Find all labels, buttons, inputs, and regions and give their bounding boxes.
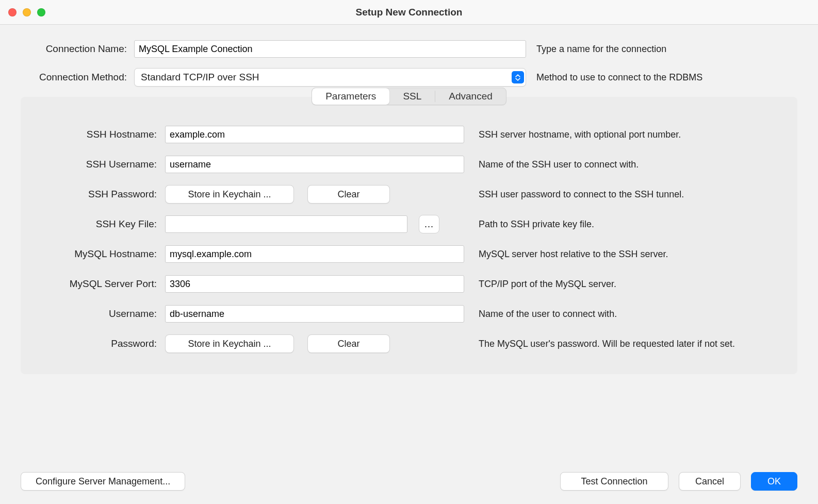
mysql-hostname-helper: MySQL server host relative to the SSH se…: [464, 249, 782, 260]
close-icon[interactable]: [8, 8, 17, 16]
ssh-username-input[interactable]: [165, 156, 464, 173]
ok-button[interactable]: OK: [751, 472, 797, 491]
username-helper: Name of the user to connect with.: [464, 309, 782, 320]
window-controls: [8, 8, 45, 16]
configure-server-button[interactable]: Configure Server Management...: [21, 472, 185, 491]
password-store-button[interactable]: Store in Keychain ...: [165, 334, 294, 353]
test-connection-button[interactable]: Test Connection: [560, 472, 668, 491]
mysql-port-label: MySQL Server Port:: [36, 278, 165, 290]
cancel-button[interactable]: Cancel: [679, 472, 741, 491]
parameters-panel: Parameters SSL Advanced SSH Hostname: SS…: [21, 97, 797, 374]
connection-name-input[interactable]: [134, 40, 526, 58]
chevron-updown-icon[interactable]: [512, 71, 524, 83]
ssh-hostname-helper: SSH server hostname, with optional port …: [464, 129, 782, 140]
window-title: Setup New Connection: [0, 7, 818, 18]
tab-group: Parameters SSL Advanced: [312, 88, 506, 105]
ssh-hostname-label: SSH Hostname:: [36, 129, 165, 140]
minimize-icon[interactable]: [23, 8, 31, 16]
zoom-icon[interactable]: [37, 8, 45, 16]
mysql-port-input[interactable]: [165, 275, 464, 293]
connection-method-helper: Method to use to connect to the RDBMS: [526, 72, 797, 83]
mysql-hostname-input[interactable]: [165, 245, 464, 263]
mysql-port-helper: TCP/IP port of the MySQL server.: [464, 279, 782, 290]
connection-method-label: Connection Method:: [21, 72, 134, 83]
password-label: Password:: [36, 338, 165, 349]
password-helper: The MySQL user's password. Will be reque…: [464, 339, 782, 349]
ssh-keyfile-helper: Path to SSH private key file.: [464, 219, 782, 230]
footer-bar: Configure Server Management... Test Conn…: [0, 457, 818, 491]
ssh-username-label: SSH Username:: [36, 159, 165, 170]
connection-name-label: Connection Name:: [21, 43, 134, 55]
ssh-password-store-button[interactable]: Store in Keychain ...: [165, 185, 294, 204]
ssh-keyfile-input[interactable]: [165, 215, 407, 233]
ssh-keyfile-browse-button[interactable]: ...: [419, 215, 439, 233]
tab-parameters[interactable]: Parameters: [312, 88, 389, 105]
ssh-password-clear-button[interactable]: Clear: [307, 185, 390, 204]
connection-method-select[interactable]: Standard TCP/IP over SSH: [134, 68, 526, 87]
ssh-username-helper: Name of the SSH user to connect with.: [464, 159, 782, 170]
ssh-password-helper: SSH user password to connect to the SSH …: [464, 189, 782, 200]
mysql-hostname-label: MySQL Hostname:: [36, 248, 165, 260]
connection-method-value: Standard TCP/IP over SSH: [141, 72, 259, 83]
titlebar: Setup New Connection: [0, 0, 818, 25]
username-input[interactable]: [165, 305, 464, 323]
password-clear-button[interactable]: Clear: [307, 334, 390, 353]
ssh-password-label: SSH Password:: [36, 189, 165, 200]
ssh-keyfile-label: SSH Key File:: [36, 219, 165, 230]
username-label: Username:: [36, 308, 165, 320]
connection-name-helper: Type a name for the connection: [526, 44, 797, 55]
tab-advanced[interactable]: Advanced: [435, 88, 506, 105]
ssh-hostname-input[interactable]: [165, 126, 464, 143]
tab-ssl[interactable]: SSL: [389, 88, 435, 105]
